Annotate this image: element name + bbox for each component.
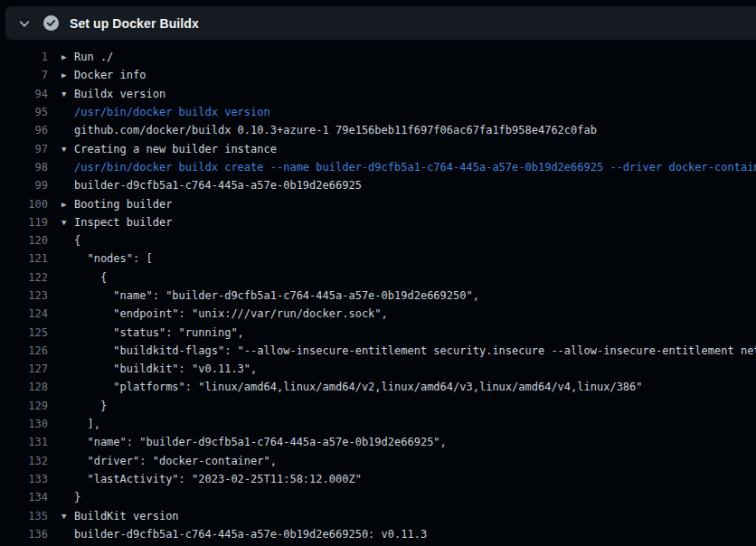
triangle-down-icon[interactable]: ▼ (61, 512, 74, 521)
log-line: 122 { (0, 268, 756, 287)
output-text: "lastActivity": "2023-02-25T11:58:12.000… (74, 473, 362, 485)
command-text: /usr/bin/docker buildx version (74, 106, 270, 118)
log-line-content: "status": "running", (61, 326, 244, 339)
line-number[interactable]: 98 (0, 161, 48, 174)
log-line-content: builder-d9cfb5a1-c764-445a-a57e-0b19d2e6… (61, 179, 362, 192)
group-title: Docker info (74, 69, 146, 81)
group-title: Buildx version (74, 88, 165, 100)
log-group-row[interactable]: 7▶Docker info (0, 66, 756, 84)
line-number[interactable]: 135 (0, 510, 48, 522)
log-line-content: { (61, 271, 107, 284)
command-text: /usr/bin/docker buildx create --name bui… (74, 161, 756, 174)
group-title: Inspect builder (74, 216, 172, 229)
log-lines-container: 1▶Run ./7▶Docker info94▼Buildx version95… (0, 48, 756, 543)
output-text: "status": "running", (74, 326, 244, 339)
output-text: "endpoint": "unix:///var/run/docker.sock… (74, 307, 388, 320)
log-line-content: } (61, 491, 80, 504)
chevron-down-icon[interactable] (17, 16, 32, 31)
line-number[interactable]: 136 (0, 528, 48, 541)
line-number[interactable]: 122 (0, 271, 48, 284)
log-line-content: "lastActivity": "2023-02-25T11:58:12.000… (61, 473, 362, 485)
log-line-content: github.com/docker/buildx 0.10.3+azure-1 … (61, 124, 597, 136)
group-title: Booting builder (74, 198, 172, 211)
log-line-content: ▼Buildx version (61, 88, 165, 100)
log-group-row[interactable]: 97▼Creating a new builder instance (0, 139, 756, 157)
output-text: { (74, 271, 107, 284)
line-number[interactable]: 134 (0, 491, 48, 504)
triangle-down-icon[interactable]: ▼ (61, 89, 74, 99)
output-text: } (74, 400, 107, 412)
output-text: { (74, 234, 80, 247)
log-line-content: "driver": "docker-container", (61, 455, 277, 467)
output-text: "name": "builder-d9cfb5a1-c764-445a-a57e… (74, 289, 479, 302)
log-line: 123 "name": "builder-d9cfb5a1-c764-445a-… (0, 287, 756, 305)
output-text: github.com/docker/buildx 0.10.3+azure-1 … (74, 124, 597, 136)
line-number[interactable]: 124 (0, 307, 48, 320)
log-line-content: ▼BuildKit version (61, 510, 179, 522)
line-number[interactable]: 95 (0, 106, 48, 118)
output-text: builder-d9cfb5a1-c764-445a-a57e-0b19d2e6… (74, 528, 427, 541)
line-number[interactable]: 127 (0, 362, 48, 375)
log-viewer: 1▶Run ./7▶Docker info94▼Buildx version95… (0, 40, 756, 546)
log-line-content: ], (61, 418, 100, 430)
log-line: 124 "endpoint": "unix:///var/run/docker.… (0, 305, 756, 323)
log-line: 127 "buildkit": "v0.11.3", (0, 360, 756, 378)
group-title: Creating a new builder instance (74, 143, 277, 155)
log-line-content: { (61, 234, 80, 247)
output-text: "platforms": "linux/amd64,linux/amd64/v2… (74, 381, 643, 393)
output-text: "buildkitd-flags": "--allow-insecure-ent… (74, 344, 756, 357)
line-number[interactable]: 100 (0, 198, 48, 211)
log-line-content: "buildkit": "v0.11.3", (61, 362, 257, 375)
line-number[interactable]: 125 (0, 326, 48, 339)
log-group-row[interactable]: 100▶Booting builder (0, 194, 756, 212)
log-line-content: "buildkitd-flags": "--allow-insecure-ent… (61, 344, 756, 357)
log-line: 98/usr/bin/docker buildx create --name b… (0, 158, 756, 176)
line-number[interactable]: 130 (0, 418, 48, 430)
line-number[interactable]: 123 (0, 289, 48, 302)
log-line: 96github.com/docker/buildx 0.10.3+azure-… (0, 121, 756, 139)
log-line-content: "name": "builder-d9cfb5a1-c764-445a-a57e… (61, 436, 447, 448)
log-group-row[interactable]: 1▶Run ./ (0, 48, 756, 66)
log-line: 131 "name": "builder-d9cfb5a1-c764-445a-… (0, 433, 756, 451)
check-circle-icon (43, 15, 59, 31)
log-line: 129 } (0, 397, 756, 415)
line-number[interactable]: 7 (0, 69, 48, 81)
output-text: } (74, 491, 80, 504)
line-number[interactable]: 96 (0, 124, 48, 136)
line-number[interactable]: 120 (0, 234, 48, 247)
line-number[interactable]: 128 (0, 381, 48, 393)
log-group-row[interactable]: 119▼Inspect builder (0, 213, 756, 231)
line-number[interactable]: 99 (0, 179, 48, 192)
log-line-content: ▼Creating a new builder instance (61, 143, 277, 155)
line-number[interactable]: 97 (0, 143, 48, 155)
triangle-down-icon[interactable]: ▼ (61, 218, 74, 227)
line-number[interactable]: 1 (0, 51, 48, 63)
log-line: 130 ], (0, 415, 756, 433)
step-header-set-up-docker-buildx[interactable]: Set up Docker Buildx (5, 6, 756, 40)
log-group-row[interactable]: 94▼Buildx version (0, 85, 756, 103)
line-number[interactable]: 121 (0, 252, 48, 265)
log-line-content: } (61, 400, 107, 412)
triangle-down-icon[interactable]: ▼ (61, 145, 74, 154)
line-number[interactable]: 131 (0, 436, 48, 448)
line-number[interactable]: 119 (0, 216, 48, 229)
log-line: 128 "platforms": "linux/amd64,linux/amd6… (0, 378, 756, 396)
line-number[interactable]: 126 (0, 344, 48, 357)
step-title: Set up Docker Buildx (70, 16, 199, 31)
line-number[interactable]: 94 (0, 88, 48, 100)
log-line: 99builder-d9cfb5a1-c764-445a-a57e-0b19d2… (0, 176, 756, 194)
log-line-content: ▶Booting builder (61, 198, 172, 211)
line-number[interactable]: 129 (0, 400, 48, 412)
log-line: 132 "driver": "docker-container", (0, 452, 756, 470)
triangle-right-icon[interactable]: ▶ (61, 71, 74, 80)
log-line: 126 "buildkitd-flags": "--allow-insecure… (0, 342, 756, 360)
triangle-right-icon[interactable]: ▶ (61, 52, 74, 61)
log-line: 121 "nodes": [ (0, 249, 756, 268)
triangle-right-icon[interactable]: ▶ (61, 200, 74, 209)
line-number[interactable]: 133 (0, 473, 48, 485)
output-text: "buildkit": "v0.11.3", (74, 362, 257, 375)
log-group-row[interactable]: 135▼BuildKit version (0, 506, 756, 524)
log-line-content: builder-d9cfb5a1-c764-445a-a57e-0b19d2e6… (61, 528, 427, 541)
line-number[interactable]: 132 (0, 455, 48, 467)
log-line-content: "name": "builder-d9cfb5a1-c764-445a-a57e… (61, 289, 479, 302)
